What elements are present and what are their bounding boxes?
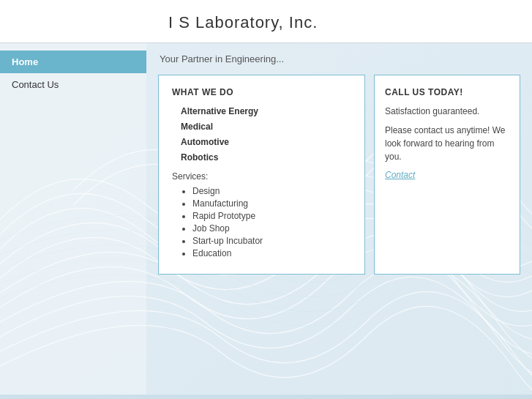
- tagline: Your Partner in Engineering...: [158, 53, 520, 64]
- layout: I S Laboratory, Inc. Home Contact Us You…: [0, 0, 532, 395]
- page-wrapper: I S Laboratory, Inc. Home Contact Us You…: [0, 0, 532, 399]
- sidebar-item-home[interactable]: Home: [0, 51, 146, 73]
- sidebar-item-contact[interactable]: Contact Us: [0, 73, 146, 96]
- call-us-title: CALL US TODAY!: [385, 87, 509, 97]
- content-row: WHAT WE DO Alternative Energy Medical Au…: [158, 75, 520, 275]
- sidebar: Home Contact Us: [0, 43, 146, 395]
- category-alternative-energy: Alternative Energy: [172, 106, 351, 116]
- service-job-shop: Job Shop: [192, 223, 351, 234]
- service-design: Design: [192, 186, 351, 196]
- body-row: Home Contact Us Your Partner in Engineer…: [0, 43, 532, 395]
- service-startup-incubator: Start-up Incubator: [192, 236, 351, 246]
- what-we-do-box: WHAT WE DO Alternative Energy Medical Au…: [158, 75, 365, 275]
- site-title: I S Laboratory, Inc.: [168, 13, 532, 32]
- contact-link[interactable]: Contact: [385, 170, 415, 180]
- call-satisfaction: Satisfaction guaranteed.: [385, 105, 509, 118]
- main-content: Your Partner in Engineering... WHAT WE D…: [146, 43, 532, 395]
- category-robotics: Robotics: [172, 152, 351, 163]
- services-list: Design Manufacturing Rapid Prototype Job…: [172, 186, 351, 258]
- services-label: Services:: [172, 171, 351, 182]
- header: I S Laboratory, Inc.: [0, 0, 532, 43]
- what-we-do-title: WHAT WE DO: [172, 87, 351, 97]
- service-manufacturing: Manufacturing: [192, 198, 351, 209]
- category-medical: Medical: [172, 122, 351, 132]
- call-us-box: CALL US TODAY! Satisfaction guaranteed. …: [374, 75, 520, 275]
- category-automotive: Automotive: [172, 137, 351, 147]
- service-rapid-prototype: Rapid Prototype: [192, 211, 351, 221]
- service-education: Education: [192, 248, 351, 258]
- call-invite-text: Please contact us anytime! We look forwa…: [385, 124, 509, 163]
